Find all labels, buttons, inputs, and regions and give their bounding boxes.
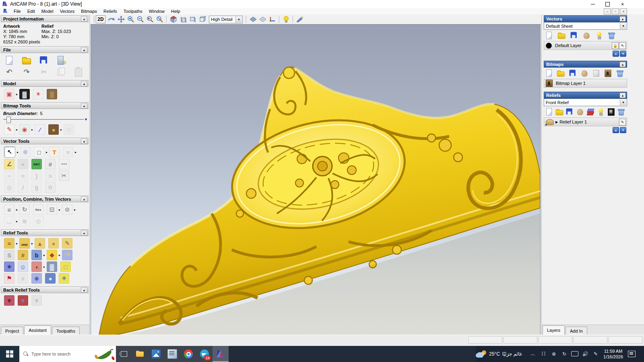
mdi-restore-button[interactable]: ▫ — [612, 8, 619, 14]
select-vectors-tool-icon[interactable]: ↖ — [4, 146, 15, 158]
switch-2d-button[interactable]: 2D — [96, 15, 105, 23]
pan-view-icon[interactable] — [117, 15, 126, 23]
join-vectors-tool-icon[interactable]: > — [45, 171, 56, 181]
lock-layer-icon[interactable]: 🔓 — [612, 42, 619, 49]
move-relief-layer-up-button[interactable]: ▲ — [613, 127, 619, 133]
task-view-button[interactable] — [116, 346, 132, 362]
select-vectors-tool-flyout-icon[interactable]: ▸ — [17, 150, 19, 154]
vector-sheet-dropdown[interactable]: Default Sheet ▼ — [544, 22, 627, 30]
save-bitmap-layers-icon[interactable] — [568, 69, 575, 76]
emboss-wizard-tool-icon[interactable]: b — [31, 250, 42, 260]
mdi-minimize-button[interactable]: – — [604, 8, 611, 14]
block-rotate-copy-tool-icon[interactable]: ↻ — [19, 204, 30, 215]
redo-icon[interactable]: ↷ — [21, 67, 32, 77]
tab-toolpaths[interactable]: Toolpaths — [52, 327, 80, 335]
move-relief-layer-down-button[interactable]: ▼ — [620, 127, 626, 133]
menu-edit[interactable]: Edit — [24, 8, 38, 14]
paint-tool-flyout-icon[interactable]: ▸ — [16, 128, 18, 132]
file-explorer-button[interactable] — [132, 346, 148, 362]
align-objects-tool-icon[interactable]: ≡ — [4, 204, 14, 215]
chrome-button[interactable] — [180, 346, 196, 362]
taskbar-search-input[interactable]: Type here to search — [19, 346, 116, 362]
clip-vectors-tool-flyout-icon[interactable]: ▸ — [59, 208, 60, 212]
create-rectangle-tool-icon[interactable]: □ — [34, 147, 44, 157]
zoom-previous-icon[interactable] — [146, 15, 155, 23]
draw-plane-icon[interactable] — [249, 15, 258, 23]
globe-icon[interactable]: ⊕ — [549, 351, 559, 357]
set-light-tool-icon[interactable]: ☀ — [33, 89, 43, 99]
new-bitmap-layer-icon[interactable] — [545, 69, 551, 76]
join-open-vectors-tool-icon[interactable]: ◡ — [4, 216, 14, 226]
node-edit-tool-icon[interactable]: / — [18, 182, 28, 193]
collapse-reliefs-button[interactable]: ▲ — [619, 93, 626, 98]
texture-relief-tool-icon[interactable]: ◖ — [31, 261, 42, 272]
edit-layer-icon[interactable]: ✎ — [619, 42, 626, 49]
relief-layer-edit-icon[interactable]: ✎ — [619, 119, 626, 125]
dome-relief-tool-icon[interactable]: ● — [48, 238, 59, 249]
eraser-tool-icon[interactable]: ◇ — [64, 124, 74, 135]
sculpt-tool-icon[interactable]: ≈ — [4, 238, 14, 249]
wrap-relief-tool-icon[interactable]: ↷ — [62, 250, 72, 260]
measure-tool-icon[interactable]: ∠ — [4, 159, 14, 169]
new-model-icon[interactable] — [4, 55, 14, 66]
relief-layer-row[interactable]: ▶ Relief Layer 1 ✎ — [544, 117, 627, 126]
flag-wizard-tool-icon[interactable]: ⚑ — [4, 273, 14, 284]
create-text-tool-icon[interactable]: T — [49, 147, 60, 157]
transform-vectors-tool-icon[interactable]: ⊕ — [20, 147, 31, 157]
two-rail-sweep-tool-icon[interactable]: ✳ — [59, 273, 69, 284]
bitmap-to-vector-icon[interactable] — [603, 69, 610, 76]
slider-thumb[interactable] — [6, 117, 11, 123]
merge-vectors-tool-icon[interactable]: + — [18, 159, 28, 169]
minimize-button[interactable] — [585, 0, 600, 8]
distort-relief-tool-icon[interactable]: # — [18, 273, 28, 284]
view-along-x-icon[interactable] — [179, 15, 188, 23]
tray-clock[interactable]: 11:59 AM 1/16/2026 — [603, 348, 623, 360]
tab-project[interactable]: Project — [1, 327, 23, 335]
start-button[interactable] — [0, 346, 19, 362]
maximize-button[interactable] — [600, 0, 615, 8]
create-star-tool-icon[interactable]: ☆ — [45, 182, 56, 193]
volume-icon[interactable]: 🔊 — [580, 351, 590, 357]
sync-icon[interactable]: ↻ — [559, 351, 569, 357]
menu-window[interactable]: Window — [146, 8, 168, 14]
menu-reliefs[interactable]: Reliefs — [100, 8, 120, 14]
sculpt-tool-flyout-icon[interactable]: ▸ — [16, 242, 18, 245]
tab-add-in[interactable]: Add In — [566, 327, 587, 335]
pen-icon[interactable]: ✎ — [591, 351, 601, 357]
weld-vectors-tool-icon[interactable]: ⊙ — [62, 204, 72, 215]
save-vector-layers-icon[interactable] — [570, 31, 577, 39]
new-relief-layer-icon[interactable] — [545, 107, 550, 115]
greyscale-from-model-tool-icon[interactable]: ▓ — [19, 89, 30, 99]
merge-visible-vectors-icon[interactable] — [582, 31, 590, 39]
edit-model-tool-icon[interactable]: ▣ — [4, 89, 14, 99]
collapse-back-relief-tools-button[interactable]: ▲ — [81, 287, 87, 293]
origin-icon[interactable] — [268, 15, 277, 23]
weave-wizard-tool-icon[interactable]: # — [18, 250, 28, 260]
photos-app-button[interactable] — [148, 346, 164, 362]
menu-help[interactable]: Help — [168, 8, 184, 14]
network-icon[interactable]: ⸾⸾ — [539, 351, 548, 357]
merge-back-relief-tool-icon[interactable]: ▼ — [31, 295, 42, 306]
telegram-button[interactable]: 19 — [196, 346, 213, 362]
toolbar-grip[interactable] — [92, 16, 94, 23]
vector-layer-row[interactable]: Default Layer 🔓 ✎ — [544, 41, 627, 50]
colour-shade-icon[interactable] — [295, 15, 304, 23]
toggle-relief-visibility-icon[interactable] — [596, 107, 602, 115]
pyramid-relief-tool-icon[interactable]: ▲ — [35, 238, 45, 249]
paint-tool-icon[interactable]: ✎ — [4, 124, 14, 135]
align-objects-tool-flyout-icon[interactable]: ▸ — [16, 208, 18, 212]
flood-fill-tool-flyout-icon[interactable]: ▸ — [31, 128, 33, 132]
block-paste-tool-icon[interactable]: ⋯ — [59, 159, 69, 169]
offset-relief-tool-icon[interactable]: □ — [60, 261, 71, 272]
shape-editor-tool-flyout-icon[interactable]: ▸ — [59, 253, 60, 257]
rotate-view-icon[interactable] — [107, 15, 116, 23]
light-icon[interactable] — [282, 15, 291, 23]
draw-grid-icon[interactable] — [258, 15, 267, 23]
fit-bezier-tool-icon[interactable]: ) — [31, 171, 42, 181]
weld-vectors-tool-flyout-icon[interactable]: ▸ — [74, 208, 76, 212]
zoom-out-icon[interactable] — [136, 15, 145, 23]
collapse-model-button[interactable]: ▲ — [81, 81, 87, 86]
open-relief-layers-icon[interactable] — [555, 107, 561, 115]
clip-vectors-tool-icon[interactable]: ⊡ — [47, 204, 57, 215]
invert-relief-tool-icon[interactable]: ▼ — [4, 295, 14, 306]
